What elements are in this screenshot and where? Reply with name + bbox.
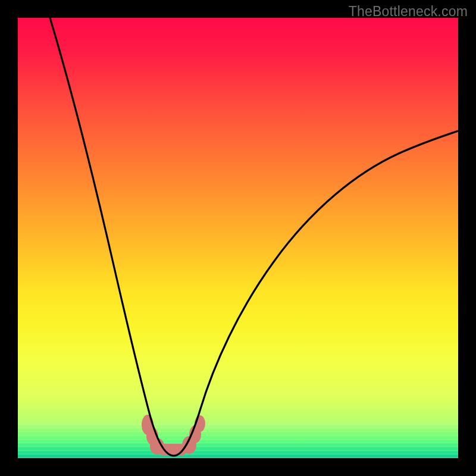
bottleneck-curve xyxy=(50,18,458,456)
curve-layer xyxy=(18,18,458,458)
watermark-text: TheBottleneck.com xyxy=(349,4,468,20)
plot-area xyxy=(18,18,458,458)
chart-frame: TheBottleneck.com xyxy=(0,0,476,476)
